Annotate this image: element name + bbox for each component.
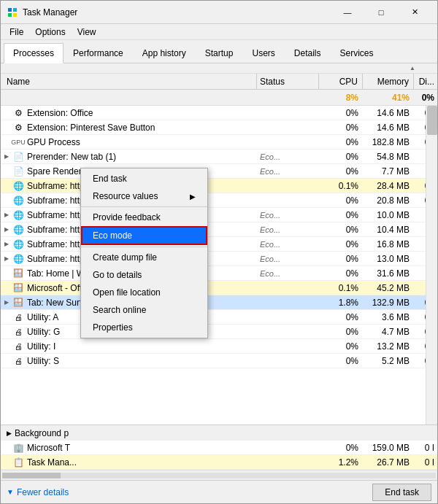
table-row[interactable]: 🖨 Utility: G 0% 4.7 MB 0 I [1, 325, 437, 339]
tab-users[interactable]: Users [242, 42, 284, 63]
app-icon [7, 7, 18, 18]
table-row[interactable]: 🪟 Microsoft - Official Home Pag... 0.1% … [1, 281, 437, 295]
process-memory: 5.2 MB [363, 356, 414, 366]
process-cpu: 0% [319, 239, 363, 249]
expand-icon: ▶ [1, 226, 12, 233]
col-header-disk[interactable]: Di... [414, 74, 437, 89]
end-task-button[interactable]: End task [372, 484, 431, 501]
process-memory: 28.4 MB [363, 181, 414, 191]
usage-cpu: 8% [319, 93, 363, 103]
tabbar: Processes Performance App history Startu… [1, 40, 437, 63]
tab-processes[interactable]: Processes [4, 43, 64, 63]
table-row[interactable]: 🌐 Subframe: https://amazonbrowser... 0% … [1, 193, 437, 208]
fewer-details-button[interactable]: ▼ Fewer details [7, 487, 69, 497]
col-header-memory[interactable]: Memory [363, 74, 414, 89]
scrollbar-thumb[interactable] [427, 106, 437, 135]
sort-arrow-icon: ▲ [410, 65, 415, 71]
table-row[interactable]: ▶ 📄 Prerender: New tab (1) Eco... 0% 54.… [1, 150, 437, 164]
process-icon: 🌐 [12, 224, 24, 236]
process-cpu: 0% [319, 254, 363, 264]
process-cpu: 0% [319, 195, 363, 206]
process-disk: 0 I [414, 457, 437, 468]
ctx-arrow-icon: ▶ [190, 193, 196, 201]
tab-app-history[interactable]: App history [133, 42, 196, 63]
table-row[interactable]: 🏢 Microsoft T 0% 159.0 MB 0 I [1, 441, 437, 455]
process-cpu: 0% [319, 341, 363, 352]
menu-options[interactable]: Options [29, 25, 71, 39]
ctx-create-dump[interactable]: Create dump file [81, 249, 207, 266]
ctx-divider [81, 206, 207, 207]
process-cpu: 0% [319, 123, 363, 133]
h-scroll-thumb[interactable] [2, 473, 61, 478]
process-icon: 🖨 [12, 341, 24, 352]
process-memory: 45.2 MB [363, 283, 414, 293]
table-row[interactable]: 🌐 Subframe: https://amazon.com/ 0.1% 28.… [1, 179, 437, 193]
process-memory: 182.8 MB [363, 137, 414, 147]
process-memory: 31.6 MB [363, 268, 414, 279]
scrollbar-track[interactable] [426, 106, 437, 424]
table-row[interactable]: 📋 Task Mana... 1.2% 26.7 MB 0 I [1, 455, 437, 470]
tab-details[interactable]: Details [285, 42, 331, 63]
table-row[interactable]: ⚙ Extension: Pinterest Save Button 0% 14… [1, 120, 437, 135]
ctx-go-to-details[interactable]: Go to details [81, 266, 207, 284]
process-status: Eco... [257, 167, 319, 176]
table-row[interactable]: 🪟 Tab: Home | Windows Blog Eco... 0% 31.… [1, 266, 437, 281]
process-cpu: 0% [319, 210, 363, 220]
expand-icon: ▶ [1, 299, 12, 306]
table-row[interactable]: ▶ 🌐 Subframe: https://liveperson.net/ (1… [1, 237, 437, 252]
ctx-eco-mode[interactable]: Eco mode [81, 226, 207, 245]
background-label: Background p [15, 428, 69, 438]
ctx-properties[interactable]: Properties [81, 319, 207, 336]
ctx-resource-values[interactable]: Resource values ▶ [81, 187, 207, 205]
process-cpu: 0% [319, 268, 363, 279]
menu-view[interactable]: View [72, 25, 102, 39]
titlebar: Task Manager — □ ✕ [1, 1, 437, 24]
maximize-button[interactable]: □ [364, 1, 398, 24]
fewer-details-label: Fewer details [17, 487, 69, 497]
ctx-provide-feedback[interactable]: Provide feedback [81, 209, 207, 226]
menu-file[interactable]: File [4, 25, 29, 39]
bg-expand-icon: ▶ [7, 430, 12, 437]
expand-icon: ▶ [1, 153, 12, 160]
ctx-search-online[interactable]: Search online [81, 301, 207, 319]
process-name: Utility: S [27, 356, 257, 366]
table-row[interactable]: ⚙ Extension: Office 0% 14.6 MB 0 I [1, 106, 437, 120]
process-cpu: 0% [319, 225, 363, 235]
table-row[interactable]: 📄 Spare Renderer Eco... 0% 7.7 MB 0 [1, 164, 437, 179]
close-button[interactable]: ✕ [398, 1, 431, 24]
col-header-name[interactable]: Name [1, 74, 257, 89]
process-name: Extension: Office [27, 108, 257, 118]
horizontal-scrollbar[interactable] [1, 470, 437, 480]
process-icon: 📄 [12, 166, 24, 177]
process-name: Utility: I [27, 341, 257, 352]
usage-disk: 0% [414, 93, 437, 103]
table-row[interactable]: 🖨 Utility: S 0% 5.2 MB 0 I [1, 354, 437, 368]
process-icon: 🪟 [12, 282, 24, 294]
process-cpu: 0% [319, 166, 363, 177]
process-icon: 📄 [12, 151, 24, 163]
process-icon: 🌐 [12, 239, 24, 250]
bottombar: ▼ Fewer details End task [1, 480, 437, 503]
tab-performance[interactable]: Performance [64, 42, 133, 63]
process-memory: 3.6 MB [363, 312, 414, 322]
table-row[interactable]: ▶ 🪟 Tab: New Surface Laptop 4: Ultra T..… [1, 295, 437, 310]
process-list-inner: ⚙ Extension: Office 0% 14.6 MB 0 I ⚙ Ext… [1, 106, 437, 424]
table-row[interactable]: ▶ 🌐 Subframe: https://clicktale.net/ (1)… [1, 208, 437, 222]
col-header-cpu[interactable]: CPU [319, 74, 363, 89]
minimize-button[interactable]: — [331, 1, 364, 24]
tab-services[interactable]: Services [331, 42, 383, 63]
ctx-end-task[interactable]: End task [81, 170, 207, 187]
tab-startup[interactable]: Startup [196, 42, 243, 63]
ctx-open-file-location[interactable]: Open file location [81, 284, 207, 301]
process-cpu: 0% [319, 356, 363, 366]
table-row[interactable]: 🖨 Utility: A 0% 3.6 MB 0 I [1, 310, 437, 325]
chevron-down-icon: ▼ [7, 488, 14, 496]
table-row[interactable]: ▶ 🌐 Subframe: https://lpsnmedia.net/ (1)… [1, 252, 437, 266]
table-row[interactable]: ▶ 🌐 Subframe: https://demdex.net/ (1) Ec… [1, 222, 437, 237]
expand-icon: ▶ [1, 255, 12, 262]
table-row[interactable]: GPU GPU Process 0% 182.8 MB 0 I [1, 135, 437, 150]
process-cpu: 0% [319, 137, 363, 147]
table-row[interactable]: 🖨 Utility: I 0% 13.2 MB 0 I [1, 339, 437, 354]
col-header-status[interactable]: Status [257, 74, 319, 89]
window-title: Task Manager [23, 7, 77, 18]
